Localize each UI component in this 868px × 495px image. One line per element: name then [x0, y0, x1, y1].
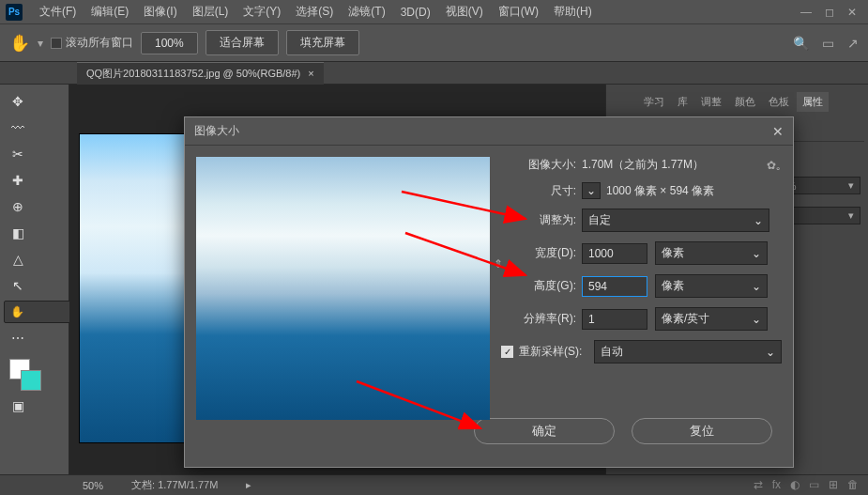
height-label: 高度(G):	[501, 278, 582, 294]
zoom-100-button[interactable]: 100%	[141, 32, 198, 54]
tab-learn[interactable]: 学习	[638, 92, 670, 112]
dialog-preview	[196, 157, 490, 420]
height-input[interactable]	[582, 276, 647, 297]
tab-swatch[interactable]: 色板	[763, 92, 795, 112]
height-unit-select[interactable]: 像素⌄	[655, 274, 768, 298]
dim-chevron-icon[interactable]: ⌄	[582, 182, 601, 199]
size-value: 1.70M（之前为 1.77M）	[582, 157, 704, 173]
pen-tool[interactable]: △	[4, 248, 32, 271]
res-label: 分辨率(R):	[501, 311, 582, 327]
healing-tool[interactable]: ✚	[4, 169, 32, 192]
checkbox-icon	[51, 38, 62, 49]
option-bar: ✋ ▾ 滚动所有窗口 100% 适合屏幕 填充屏幕 🔍 ▭ ↗	[0, 24, 868, 62]
lasso-tool[interactable]: 〰	[4, 116, 32, 139]
menu-filter[interactable]: 滤镜(T)	[341, 0, 392, 23]
app-logo: Ps	[6, 4, 23, 21]
dim-value: 1000 像素 × 594 像素	[606, 183, 714, 199]
workspace-icon[interactable]: ▭	[822, 36, 834, 51]
chevron-down-icon: ⌄	[754, 214, 763, 227]
mask-icon[interactable]: ◐	[790, 478, 799, 491]
eraser-tool[interactable]: ◧	[4, 222, 32, 244]
new-layer-icon[interactable]: ⊞	[829, 478, 838, 491]
tab-close-icon[interactable]: ×	[308, 68, 313, 79]
status-zoom[interactable]: 50%	[83, 480, 103, 491]
menu-image[interactable]: 图像(I)	[136, 0, 184, 23]
toolbox: ✥ ▭ 〰 ✎ ✂ ✎ ✚ 🖌 ⊕ ↺ ◧ ▤ △ T ↖ ▢ ✋ 🔍 ⋯ ▣ …	[0, 85, 69, 474]
maximize-icon[interactable]: ◻	[825, 6, 834, 19]
background-swatch[interactable]	[21, 370, 41, 391]
dialog-titlebar[interactable]: 图像大小 ✕	[185, 117, 793, 146]
scroll-all-checkbox[interactable]: 滚动所有窗口	[51, 35, 133, 51]
status-bar: 50% 文档: 1.77M/1.77M ▸	[0, 474, 868, 495]
document-tab[interactable]: QQ图片20180311183752.jpg @ 50%(RGB/8#) ×	[77, 62, 324, 85]
tab-color[interactable]: 颜色	[729, 92, 761, 112]
gear-icon[interactable]: ✿｡	[767, 159, 782, 172]
width-label: 宽度(D):	[501, 245, 582, 261]
menu-window[interactable]: 窗口(W)	[491, 0, 546, 23]
tab-adjust[interactable]: 调整	[695, 92, 727, 112]
menu-layer[interactable]: 图层(L)	[185, 0, 236, 23]
resample-label: 重新采样(S):	[519, 344, 594, 360]
fit-select[interactable]: 自定⌄	[582, 209, 769, 232]
size-label: 图像大小:	[501, 157, 582, 173]
tab-library[interactable]: 库	[672, 92, 693, 112]
window-controls: — ◻ ✕	[800, 6, 862, 19]
width-unit-select[interactable]: 像素⌄	[655, 241, 768, 265]
menu-edit[interactable]: 编辑(E)	[84, 0, 136, 23]
minimize-icon[interactable]: —	[800, 6, 812, 19]
panel-tab-row: 学习 库 调整 颜色 色板 属性	[610, 88, 864, 116]
document-tab-label: QQ图片20180311183752.jpg @ 50%(RGB/8#)	[86, 67, 300, 81]
res-input[interactable]	[582, 309, 647, 330]
edit-toolbar[interactable]: ⋯	[4, 327, 32, 349]
res-unit-select[interactable]: 像素/英寸⌄	[655, 307, 768, 331]
menu-3d[interactable]: 3D(D)	[393, 2, 438, 23]
share-icon[interactable]: ↗	[847, 36, 859, 51]
dim-label: 尺寸:	[501, 183, 582, 199]
ok-button[interactable]: 确定	[474, 418, 615, 444]
menubar: Ps 文件(F) 编辑(E) 图像(I) 图层(L) 文字(Y) 选择(S) 滤…	[0, 0, 868, 24]
link-layers-icon[interactable]: ⇄	[754, 478, 763, 491]
menu-select[interactable]: 选择(S)	[288, 0, 341, 23]
fit-label: 调整为:	[501, 212, 582, 228]
fit-screen-button[interactable]: 适合屏幕	[206, 30, 279, 55]
fx-icon[interactable]: fx	[772, 478, 781, 491]
document-tabs: QQ图片20180311183752.jpg @ 50%(RGB/8#) ×	[0, 62, 868, 85]
menu-text[interactable]: 文字(Y)	[236, 0, 288, 23]
reset-button[interactable]: 复位	[632, 418, 772, 444]
width-input[interactable]	[582, 243, 647, 264]
menu-view[interactable]: 视图(V)	[438, 0, 491, 23]
stamp-tool[interactable]: ⊕	[4, 195, 32, 218]
crop-tool[interactable]: ✂	[4, 143, 32, 165]
search-icon[interactable]: 🔍	[793, 36, 809, 51]
quickmask-tool[interactable]: ▣	[4, 394, 32, 417]
new-group-icon[interactable]: ▭	[809, 478, 819, 491]
tab-properties[interactable]: 属性	[797, 92, 829, 112]
path-tool[interactable]: ↖	[4, 274, 32, 297]
status-docinfo[interactable]: 文档: 1.77M/1.77M	[131, 478, 218, 492]
link-dimensions-icon[interactable]: ⇕	[494, 257, 503, 271]
move-tool[interactable]: ✥	[4, 90, 32, 113]
menu-file[interactable]: 文件(F)	[32, 0, 84, 23]
trash-icon[interactable]: 🗑	[847, 478, 859, 491]
resample-select[interactable]: 自动⌄	[594, 340, 782, 364]
scroll-all-label: 滚动所有窗口	[66, 35, 133, 51]
image-size-dialog: 图像大小 ✕ 图像大小: 1.70M（之前为 1.77M） ✿｡ 尺寸: ⌄ 1…	[184, 116, 794, 468]
status-chevron-icon[interactable]: ▸	[246, 479, 251, 491]
dialog-form: 图像大小: 1.70M（之前为 1.77M） ✿｡ 尺寸: ⌄ 1000 像素 …	[501, 157, 782, 407]
hand-tool-icon[interactable]: ✋	[9, 33, 30, 54]
dialog-title: 图像大小	[194, 123, 239, 139]
menu-help[interactable]: 帮助(H)	[546, 0, 600, 23]
resample-checkbox[interactable]: ✓	[501, 346, 513, 358]
dialog-close-icon[interactable]: ✕	[772, 124, 784, 139]
close-icon[interactable]: ✕	[847, 6, 857, 19]
chevron-down-icon[interactable]: ▾	[38, 37, 43, 50]
layer-panel-footer: ⇄ fx ◐ ▭ ⊞ 🗑	[754, 478, 859, 491]
fill-screen-button[interactable]: 填充屏幕	[286, 30, 359, 55]
